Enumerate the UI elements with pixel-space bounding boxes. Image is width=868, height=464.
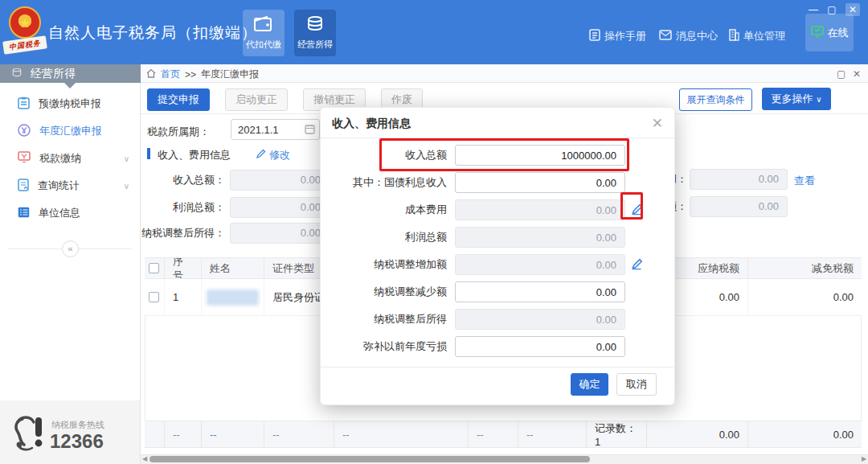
scroll-right-arrow[interactable]: ▶ — [862, 455, 866, 463]
field-row-adjust-decrease: 纳税调整减少额 — [321, 281, 674, 302]
breadcrumb-separator: >> — [185, 69, 196, 80]
national-emblem-icon: ★ — [9, 6, 41, 39]
footer-dash: -- — [334, 421, 469, 447]
row-checkbox[interactable] — [149, 292, 159, 302]
nav-business-income-button[interactable]: 经营所得 — [294, 10, 336, 56]
sidebar-item-label: 查询统计 — [38, 179, 80, 193]
pane-close-icon[interactable]: ✕ — [853, 68, 861, 80]
sidebar-header-label: 经营所得 — [31, 67, 76, 81]
submit-declare-button[interactable]: 提交申报 — [147, 88, 210, 111]
scrollbar-thumb[interactable] — [149, 456, 590, 462]
field-label: 其中：国债利息收入 — [353, 172, 447, 193]
table-footer-row: -- -- -- -- -- -- 记录数：1 0.00 0.00 — [145, 421, 862, 448]
headset-person-icon — [11, 413, 48, 455]
tax-period-label: 税款所属期： — [147, 125, 210, 139]
select-all-checkbox[interactable] — [149, 263, 159, 273]
bg-adjusted-income-value: 0.00 — [230, 223, 330, 244]
modify-label: 修改 — [269, 148, 290, 162]
sidebar-item-label: 年度汇缴申报 — [39, 124, 102, 138]
cancel-button[interactable]: 取消 — [616, 373, 657, 396]
online-status[interactable]: 在线 — [805, 14, 854, 51]
coins-icon — [294, 15, 336, 36]
dialog-close-icon[interactable]: ✕ — [652, 115, 663, 132]
field-label: 纳税调整后所得 — [374, 309, 447, 330]
adjust-increase-edit-pencil-icon[interactable] — [631, 258, 643, 273]
bg-income-total-label: 收入总额： — [80, 170, 225, 191]
yen-circle-icon — [18, 124, 31, 139]
bg-right-value-2: 0.00 — [690, 196, 788, 217]
bond-interest-input[interactable] — [455, 172, 625, 193]
dialog-footer-divider — [321, 367, 674, 368]
adjust-increase-input — [455, 254, 625, 275]
maximize-icon[interactable]: ▢ — [825, 3, 839, 16]
bg-income-total-value: 0.00 — [230, 170, 330, 191]
more-actions-button[interactable]: 更多操作 ∨ — [762, 88, 831, 110]
message-center-link[interactable]: 消息中心 — [659, 29, 718, 43]
minimize-icon[interactable]: — — [806, 3, 821, 16]
hotline-label: 纳税服务热线 — [51, 419, 104, 431]
home-icon — [146, 68, 156, 80]
sidebar-item-tax-payment[interactable]: 税款缴纳 ∨ — [0, 145, 141, 172]
clipboard-icon — [18, 96, 30, 112]
sidebar-item-label: 预缴纳税申报 — [39, 96, 101, 111]
cost-expense-edit-pencil-icon[interactable] — [631, 203, 643, 218]
bg-right-value-1: 0.00 — [690, 169, 788, 190]
calendar-icon[interactable] — [305, 124, 315, 137]
view-link[interactable]: 查看 — [794, 174, 815, 188]
nav-withholding-button[interactable]: 代扣代缴 — [243, 10, 285, 56]
app-title: 自然人电子税务局（扣缴端） — [48, 23, 257, 43]
sidebar-collapse-button[interactable]: « — [62, 240, 79, 257]
field-label: 收入总额 — [405, 145, 447, 166]
adjust-decrease-input[interactable] — [455, 281, 625, 302]
envelope-icon — [659, 30, 672, 43]
tax-bureau-logo: ★ 中国税务 — [6, 6, 43, 55]
confirm-button[interactable]: 确定 — [571, 373, 608, 396]
field-row-cost-expense: 成本费用 — [321, 199, 674, 220]
wallet-icon — [243, 15, 285, 36]
start-correction-button[interactable]: 启动更正 — [225, 88, 288, 111]
income-expense-dialog: 收入、费用信息 ✕ 收入总额 其中：国债利息收入 成本费用 利润总额 纳税调整增… — [320, 107, 675, 405]
masked-name — [207, 289, 259, 306]
profit-total-input — [455, 227, 625, 248]
record-count: 记录数：1 — [587, 421, 647, 447]
modify-link[interactable]: 修改 — [256, 148, 290, 162]
cost-expense-input — [455, 199, 625, 220]
unit-management-link[interactable]: 单位管理 — [728, 29, 785, 43]
footer-dash: -- — [469, 421, 518, 447]
sidebar-item-prepay-declare[interactable]: 预缴纳税申报 — [0, 90, 141, 117]
section-marker — [147, 148, 150, 159]
footer-dash: -- — [518, 421, 587, 447]
nav-withholding-label: 代扣代缴 — [243, 39, 285, 51]
prior-loss-input[interactable] — [455, 336, 625, 357]
hotline-panel: 纳税服务热线 12366 — [0, 400, 140, 464]
close-window-icon[interactable]: ✕ — [845, 3, 860, 16]
footer-tax-exempt: 0.00 — [748, 421, 862, 447]
manual-link[interactable]: 操作手册 — [589, 29, 646, 43]
dialog-title-divider — [321, 138, 674, 138]
field-label: 弥补以前年度亏损 — [363, 336, 447, 357]
breadcrumb-home[interactable]: 首页 — [161, 68, 180, 81]
message-center-label: 消息中心 — [676, 29, 718, 43]
field-label: 成本费用 — [405, 199, 447, 220]
footer-dash: -- — [165, 421, 202, 447]
breadcrumb-current: 年度汇缴申报 — [201, 68, 259, 81]
col-index: 序号 — [165, 258, 202, 278]
sidebar-header: 经营所得 — [0, 64, 141, 83]
list-icon — [18, 207, 30, 220]
sidebar-item-label: 税款缴纳 — [39, 151, 81, 166]
cell-index: 1 — [165, 279, 202, 315]
bg-adjusted-income-label: 纳税调整后所得： — [80, 223, 225, 244]
field-label: 纳税调整增加额 — [374, 254, 447, 275]
expand-query-button[interactable]: 展开查询条件 — [679, 88, 752, 111]
sidebar-item-annual-declare[interactable]: 年度汇缴申报 — [0, 117, 141, 145]
income-total-input[interactable] — [455, 145, 625, 166]
pane-maximize-icon[interactable]: ▢ — [837, 68, 845, 80]
field-row-adjust-increase: 纳税调整增加额 — [321, 254, 674, 275]
app-window: ★ 中国税务 自然人电子税务局（扣缴端） 代扣代缴 经营所得 操作手册 — [0, 0, 868, 464]
monitor-pay-icon — [18, 151, 31, 166]
logo-ribbon: 中国税务 — [2, 35, 47, 54]
scroll-left-arrow[interactable]: ◀ — [142, 455, 147, 463]
report-doc-icon — [18, 179, 29, 194]
coins-small-icon — [11, 68, 23, 80]
field-row-profit-total: 利润总额 — [321, 227, 674, 248]
